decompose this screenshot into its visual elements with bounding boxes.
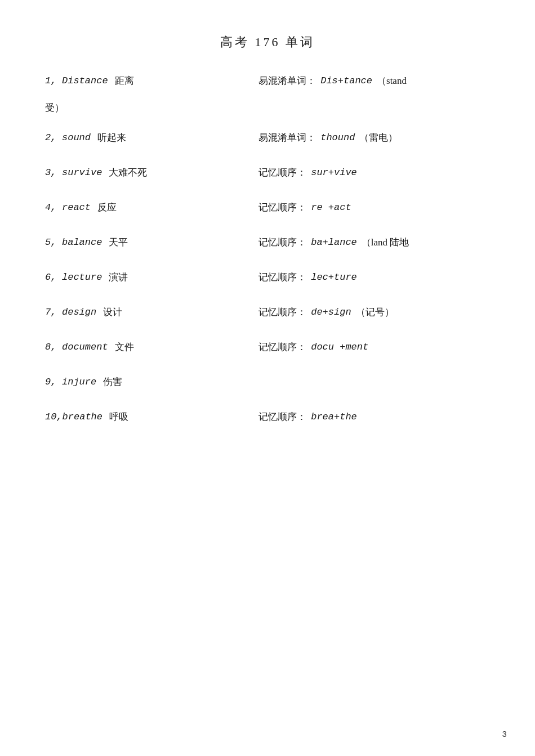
entry-label: 记忆顺序： bbox=[258, 270, 306, 285]
entry-label: 记忆顺序： bbox=[258, 165, 306, 180]
entry-right: 记忆顺序： re +act bbox=[258, 200, 490, 215]
entry-num: 4, bbox=[45, 200, 62, 215]
entry-label: 记忆顺序： bbox=[258, 409, 306, 424]
entry-left: 4, react 反应 bbox=[45, 200, 258, 215]
entry-num: 10, bbox=[45, 409, 63, 424]
entry-left: 3, survive 大难不死 bbox=[45, 165, 258, 180]
list-item: 7, design 设计 记忆顺序： de+sign （记号） bbox=[45, 305, 490, 327]
entry-word: design bbox=[62, 305, 96, 320]
entry-left: 7, design 设计 bbox=[45, 305, 258, 320]
entry-hint: docu +ment bbox=[311, 339, 368, 355]
entry-note: （stand bbox=[377, 73, 407, 88]
entry-meaning: 大难不死 bbox=[109, 165, 147, 180]
entry-num: 6, bbox=[45, 270, 62, 285]
page: 高考 176 单词 1, Distance 距离 易混淆单词： Dis+tanc… bbox=[0, 0, 535, 756]
entry-hint: de+sign bbox=[311, 305, 351, 320]
entry-right: 记忆顺序： de+sign （记号） bbox=[258, 305, 490, 320]
entry-word: lecture bbox=[62, 270, 102, 285]
list-item: 10, breathe 呼吸 记忆顺序： brea+the bbox=[45, 409, 490, 432]
entry-num: 2, bbox=[45, 130, 62, 145]
entry-meaning: 反应 bbox=[97, 200, 117, 215]
entry-hint: thound bbox=[320, 130, 355, 145]
entry-meaning: 伤害 bbox=[103, 374, 122, 390]
entry-hint: lec+ture bbox=[311, 270, 357, 285]
entry-label: 记忆顺序： bbox=[258, 339, 306, 355]
entry-left: 10, breathe 呼吸 bbox=[45, 409, 258, 424]
list-item: 2, sound 听起来 易混淆单词： thound （雷电） bbox=[45, 130, 490, 153]
entry-num: 3, bbox=[45, 165, 62, 180]
list-item: 1, Distance 距离 易混淆单词： Dis+tance （stand bbox=[45, 73, 490, 96]
entry-right: 记忆顺序： sur+vive bbox=[258, 165, 490, 180]
entry-meaning: 设计 bbox=[103, 305, 122, 320]
entry-hint: brea+the bbox=[311, 409, 357, 424]
entry-meaning: 天平 bbox=[109, 235, 128, 250]
list-item: 3, survive 大难不死 记忆顺序： sur+vive bbox=[45, 165, 490, 187]
entry-num: 8, bbox=[45, 339, 62, 355]
entry-word: sound bbox=[62, 130, 91, 145]
entry-right: 记忆顺序： ba+lance （land 陆地 bbox=[258, 235, 490, 250]
entry-word: document bbox=[62, 339, 108, 355]
entry-note: （雷电） bbox=[359, 130, 398, 145]
entry-word: injure bbox=[62, 374, 96, 390]
list-item: 4, react 反应 记忆顺序： re +act bbox=[45, 200, 490, 222]
entry-right: 易混淆单词： Dis+tance （stand bbox=[258, 73, 490, 88]
word-list: 1, Distance 距离 易混淆单词： Dis+tance （stand 受… bbox=[45, 73, 490, 432]
page-title: 高考 176 单词 bbox=[45, 34, 490, 51]
entry-note: （记号） bbox=[356, 305, 394, 320]
entry-right: 记忆顺序： lec+ture bbox=[258, 270, 490, 285]
page-number: 3 bbox=[502, 730, 507, 739]
entry-note: （land 陆地 bbox=[362, 235, 409, 250]
entry-num: 1, bbox=[45, 73, 62, 88]
entry-num: 7, bbox=[45, 305, 62, 320]
entry-label: 易混淆单词： bbox=[258, 130, 316, 145]
entry-hint: Dis+tance bbox=[320, 73, 372, 88]
entry-left: 6, lecture 演讲 bbox=[45, 270, 258, 285]
entry-num: 5, bbox=[45, 235, 62, 250]
entry-word: breathe bbox=[63, 409, 102, 424]
entry-right: 记忆顺序： brea+the bbox=[258, 409, 490, 424]
entry-meaning: 距离 bbox=[115, 73, 134, 88]
entry-left: 1, Distance 距离 bbox=[45, 73, 258, 88]
entry-num: 9, bbox=[45, 374, 62, 390]
entry-hint: sur+vive bbox=[311, 165, 357, 180]
entry-left: 8, document 文件 bbox=[45, 339, 258, 355]
entry-hint: ba+lance bbox=[311, 235, 357, 250]
entry-word: balance bbox=[62, 235, 102, 250]
entry-left: 2, sound 听起来 bbox=[45, 130, 258, 145]
entry-word: Distance bbox=[62, 73, 108, 88]
entry-label: 记忆顺序： bbox=[258, 235, 306, 250]
list-item: 8, document 文件 记忆顺序： docu +ment bbox=[45, 339, 490, 362]
entry-meaning: 呼吸 bbox=[109, 409, 128, 424]
entry-meaning: 听起来 bbox=[97, 130, 126, 145]
list-item: 9, injure 伤害 bbox=[45, 374, 490, 397]
entry-word: survive bbox=[62, 165, 102, 180]
entry-left: 5, balance 天平 bbox=[45, 235, 258, 250]
entry-continuation: 受） bbox=[45, 101, 490, 114]
entry-right: 易混淆单词： thound （雷电） bbox=[258, 130, 490, 145]
entry-hint: re +act bbox=[311, 200, 351, 215]
entry-meaning: 演讲 bbox=[109, 270, 128, 285]
entry-label: 易混淆单词： bbox=[258, 73, 316, 88]
entry-word: react bbox=[62, 200, 91, 215]
entry-left: 9, injure 伤害 bbox=[45, 374, 258, 390]
list-item: 5, balance 天平 记忆顺序： ba+lance （land 陆地 bbox=[45, 235, 490, 257]
entry-meaning: 文件 bbox=[115, 339, 134, 355]
list-item: 6, lecture 演讲 记忆顺序： lec+ture bbox=[45, 270, 490, 292]
entry-label: 记忆顺序： bbox=[258, 200, 306, 215]
entry-label: 记忆顺序： bbox=[258, 305, 306, 320]
entry-right: 记忆顺序： docu +ment bbox=[258, 339, 490, 355]
